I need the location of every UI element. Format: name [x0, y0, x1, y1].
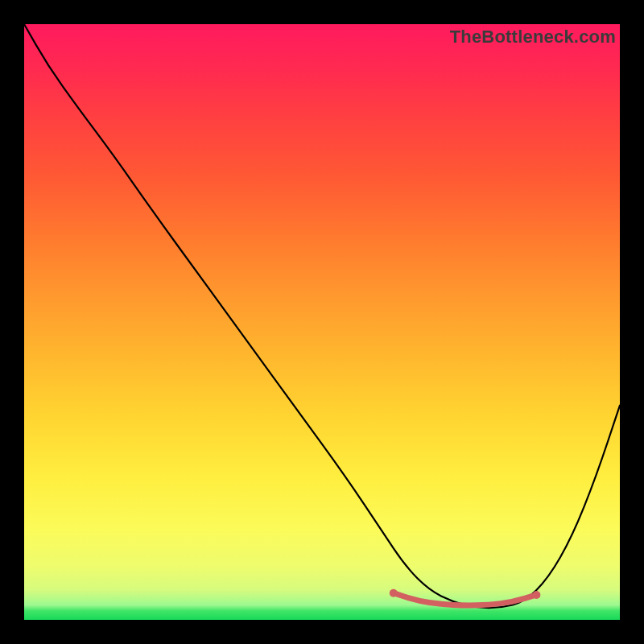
curve-layer	[24, 24, 620, 620]
accent-segment	[394, 593, 537, 605]
main-curve	[24, 24, 620, 608]
chart-frame: TheBottleneck.com	[24, 24, 620, 620]
accent-end-right	[532, 591, 540, 599]
plot-area: TheBottleneck.com	[24, 24, 620, 620]
accent-end-left	[390, 589, 398, 597]
